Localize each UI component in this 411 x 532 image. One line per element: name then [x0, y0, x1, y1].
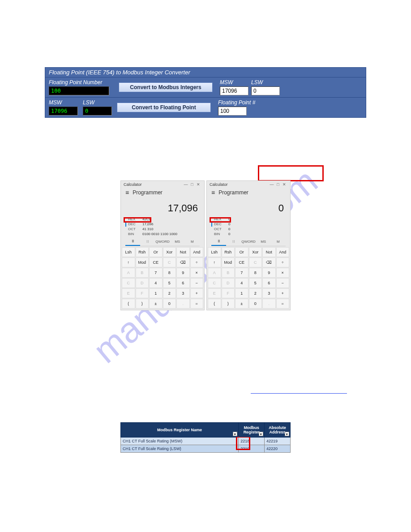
key-Lsh[interactable]: Lsh	[208, 247, 221, 257]
key-↑[interactable]: ↑	[122, 257, 135, 267]
oct-row[interactable]: OCT41 310	[125, 227, 200, 232]
dropdown-icon[interactable]: ▾	[233, 432, 237, 436]
key-0[interactable]: 0	[163, 299, 176, 309]
key-E[interactable]: E	[208, 288, 221, 298]
key-C[interactable]: C	[163, 257, 176, 267]
key-([interactable]: (	[208, 299, 221, 309]
key-=[interactable]: =	[190, 299, 204, 309]
key-−[interactable]: −	[276, 278, 290, 288]
oct-row[interactable]: OCT0	[211, 227, 286, 232]
tab-more[interactable]: M	[271, 238, 286, 246]
key-Or[interactable]: Or	[149, 247, 163, 257]
key-9[interactable]: 9	[262, 268, 276, 278]
key-And[interactable]: And	[276, 247, 290, 257]
bin-row[interactable]: BIN0100 0010 1100 1000	[125, 232, 200, 236]
msw-output[interactable]	[220, 86, 248, 95]
convert-to-int-button[interactable]: Convert to Modbus Integers	[119, 82, 213, 92]
key-Xor[interactable]: Xor	[249, 247, 262, 257]
key-⌫[interactable]: ⌫	[176, 257, 190, 267]
tab-keypad-icon[interactable]: ⠿	[125, 238, 140, 246]
col-modbus-register[interactable]: Modbus Register▾	[239, 423, 265, 438]
key-.[interactable]: .	[176, 299, 190, 309]
hamburger-icon[interactable]: ≡	[211, 189, 215, 196]
close-icon[interactable]: ✕	[195, 182, 201, 187]
key-2[interactable]: 2	[163, 288, 176, 298]
key-2[interactable]: 2	[249, 288, 262, 298]
key-Rsh[interactable]: Rsh	[222, 247, 235, 257]
key-6[interactable]: 6	[262, 278, 276, 288]
key-B[interactable]: B	[136, 268, 149, 278]
key-Xor[interactable]: Xor	[163, 247, 176, 257]
key-F[interactable]: F	[222, 288, 235, 298]
key-1[interactable]: 1	[235, 288, 248, 298]
key-)[interactable]: )	[222, 299, 235, 309]
key-3[interactable]: 3	[262, 288, 276, 298]
key-÷[interactable]: ÷	[276, 257, 290, 267]
key-⌫[interactable]: ⌫	[262, 257, 276, 267]
key-5[interactable]: 5	[249, 278, 262, 288]
key-×[interactable]: ×	[276, 268, 290, 278]
minimize-icon[interactable]: —	[269, 182, 275, 187]
tab-ms[interactable]: MS	[256, 238, 271, 246]
key-E[interactable]: E	[122, 288, 135, 298]
key-↑[interactable]: ↑	[208, 257, 221, 267]
col-absolute-address[interactable]: Absolute Address▾	[265, 423, 291, 438]
fp-number-input[interactable]	[49, 86, 109, 95]
col-register-name[interactable]: Modbus Register Name▾	[121, 423, 239, 438]
key-÷[interactable]: ÷	[190, 257, 204, 267]
key-Mod[interactable]: Mod	[136, 257, 149, 267]
maximize-icon[interactable]: □	[189, 182, 195, 187]
tab-bits-icon[interactable]: ⁝⁝	[140, 238, 155, 246]
lsw-input[interactable]	[83, 107, 112, 116]
key-C[interactable]: C	[208, 278, 221, 288]
key-7[interactable]: 7	[149, 268, 163, 278]
minimize-icon[interactable]: —	[183, 182, 189, 187]
key-8[interactable]: 8	[163, 268, 176, 278]
key-)[interactable]: )	[136, 299, 149, 309]
tab-bits-icon[interactable]: ⁝⁝	[226, 238, 241, 246]
key-D[interactable]: D	[136, 278, 149, 288]
key-F[interactable]: F	[136, 288, 149, 298]
key-1[interactable]: 1	[149, 288, 163, 298]
key-A[interactable]: A	[208, 268, 221, 278]
dropdown-icon[interactable]: ▾	[285, 432, 289, 436]
key-Mod[interactable]: Mod	[222, 257, 235, 267]
bin-row[interactable]: BIN0	[211, 232, 286, 236]
key-9[interactable]: 9	[176, 268, 190, 278]
key-Not[interactable]: Not	[176, 247, 190, 257]
key-And[interactable]: And	[190, 247, 204, 257]
lsw-output[interactable]	[251, 86, 280, 95]
key-C[interactable]: C	[122, 278, 135, 288]
key-.[interactable]: .	[262, 299, 276, 309]
key-5[interactable]: 5	[163, 278, 176, 288]
tab-more[interactable]: M	[185, 238, 200, 246]
key-([interactable]: (	[122, 299, 135, 309]
key-6[interactable]: 6	[176, 278, 190, 288]
key-C[interactable]: C	[249, 257, 262, 267]
key-+[interactable]: +	[190, 288, 204, 298]
key-7[interactable]: 7	[235, 268, 248, 278]
tab-qword[interactable]: QWORD	[155, 238, 170, 246]
key-4[interactable]: 4	[149, 278, 163, 288]
key-3[interactable]: 3	[176, 288, 190, 298]
fp-output[interactable]	[218, 107, 247, 116]
key-×[interactable]: ×	[190, 268, 204, 278]
msw-input[interactable]	[49, 107, 78, 116]
dropdown-icon[interactable]: ▾	[259, 432, 263, 436]
key-CE[interactable]: CE	[149, 257, 163, 267]
key-Lsh[interactable]: Lsh	[122, 247, 135, 257]
key-B[interactable]: B	[222, 268, 235, 278]
key-Rsh[interactable]: Rsh	[136, 247, 149, 257]
tab-qword[interactable]: QWORD	[241, 238, 256, 246]
tab-keypad-icon[interactable]: ⠿	[211, 238, 226, 246]
convert-to-float-button[interactable]: Convert to Floating Point	[117, 103, 211, 112]
key-+[interactable]: +	[276, 288, 290, 298]
key-0[interactable]: 0	[249, 299, 262, 309]
key-±[interactable]: ±	[235, 299, 248, 309]
key-±[interactable]: ±	[149, 299, 163, 309]
key-4[interactable]: 4	[235, 278, 248, 288]
key-−[interactable]: −	[190, 278, 204, 288]
key-Not[interactable]: Not	[262, 247, 276, 257]
close-icon[interactable]: ✕	[281, 182, 287, 187]
key-D[interactable]: D	[222, 278, 235, 288]
